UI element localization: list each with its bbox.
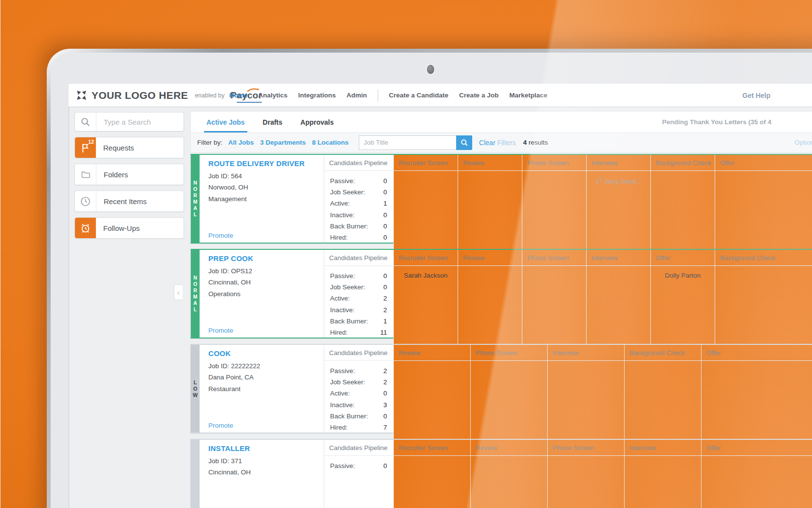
promote-link[interactable]: Promote [208, 422, 233, 429]
job-location: Cincinnati, OH [208, 279, 324, 286]
sidebar-search-input[interactable] [103, 117, 202, 127]
sidebar-item-label: Folders [104, 170, 128, 179]
pipeline-value: 0 [383, 211, 387, 219]
stage-header: Review [458, 250, 522, 266]
stage-header: Phone Screen [522, 155, 586, 171]
pipeline-value: 1 [383, 318, 387, 325]
candidate-link[interactable]: Sarah Jackson [394, 272, 458, 279]
tab-active-jobs[interactable]: Active Jobs [204, 112, 247, 132]
pipeline-row: Hired:7 [330, 422, 387, 433]
stage-header: Recruiter Screen [394, 440, 470, 456]
clear-filters-link[interactable]: Clear Filters [479, 139, 516, 147]
stage-body [715, 266, 812, 272]
stage-body [394, 361, 470, 367]
sidebar-items: 12RequestsFoldersRecent ItemsFollow-Ups [74, 137, 184, 239]
candidate-link[interactable]: 1st Jerry Seinf... [587, 177, 650, 185]
priority-bar: NORMAL [191, 250, 200, 338]
pipeline-column: Candidates PipelinePassive:0Job Seeker:0… [324, 250, 393, 338]
stage-column-interview: Interview [624, 440, 701, 508]
nav-item-integrations[interactable]: Integrations [298, 92, 336, 99]
stage-body [458, 171, 522, 177]
stage-header: Review [471, 440, 547, 456]
pipeline-row: Back Burner:0 [330, 411, 387, 422]
promote-link[interactable]: Promote [208, 232, 233, 239]
promote-link[interactable]: Promote [208, 327, 233, 334]
job-info: INSTALLERJob ID: 371Cincinnati, OHPromot… [200, 440, 324, 508]
tab-approvals[interactable]: Approvals [298, 112, 336, 132]
job-title-link[interactable]: PREP COOK [208, 254, 253, 263]
enabled-by-label: enabled by [195, 92, 224, 99]
pipeline-value: 1 [383, 200, 387, 207]
stage-columns: Recruiter ScreenSarah JacksonReviewPhone… [393, 250, 812, 338]
stage-body [587, 266, 650, 272]
stage-header: Background Check [715, 250, 812, 266]
tabs-row: Active JobsDraftsApprovalsPending Thank … [190, 111, 812, 132]
filter-bar: Filter by: All Jobs3 Departments8 Locati… [190, 132, 812, 152]
sidebar-item-follow-ups[interactable]: Follow-Ups [74, 217, 184, 239]
alarm-icon [75, 218, 96, 238]
stage-column-phone-screen: Phone Screen [547, 440, 624, 508]
nav-item-admin[interactable]: Admin [347, 92, 367, 99]
pipeline-label: Active: [330, 390, 350, 397]
sidebar-item-requests[interactable]: 12Requests [74, 137, 184, 158]
pipeline-value: 0 [383, 188, 387, 196]
stage-body [715, 171, 812, 177]
options-link[interactable]: Options [794, 139, 812, 146]
sidebar-search[interactable] [74, 112, 184, 132]
nav-item-analytics[interactable]: Analytics [258, 92, 288, 99]
stage-header: Background Check [625, 345, 701, 361]
filter-link-3-departments[interactable]: 3 Departments [260, 139, 306, 146]
sidebar-collapse-handle[interactable]: ‹ [174, 284, 183, 300]
stage-body [394, 456, 470, 462]
main-nav: HomeAnalyticsIntegrationsAdminCreate a C… [229, 84, 547, 107]
stage-columns: ReviewPhone ScreenInterviewBackground Ch… [393, 345, 812, 433]
pipeline-row: Active:1 [330, 198, 387, 209]
pipeline-value: 0 [383, 413, 387, 420]
nav-item-home[interactable]: Home [229, 92, 248, 99]
sidebar-item-folders[interactable]: Folders [74, 164, 184, 185]
nav-item-marketplace[interactable]: Marketplace [509, 92, 547, 99]
stage-body [471, 361, 547, 367]
job-title-search-input[interactable] [359, 135, 456, 150]
sidebar-item-recent-items[interactable]: Recent Items [74, 190, 184, 212]
pipeline-value: 0 [383, 223, 387, 230]
filter-link-8-locations[interactable]: 8 Locations [312, 139, 349, 146]
stage-body: Sarah Jackson [394, 266, 458, 279]
clock-icon [75, 191, 96, 211]
tab-drafts[interactable]: Drafts [260, 112, 285, 132]
pipeline-body: Passive:0Job Seeker:0Active:2Inactive:2B… [324, 266, 393, 338]
job-title-link[interactable]: INSTALLER [208, 444, 250, 452]
job-title-link[interactable]: COOK [208, 349, 231, 357]
pipeline-value: 2 [383, 295, 387, 302]
candidate-link[interactable]: Dolly Parton [651, 272, 715, 279]
pipeline-value: 0 [383, 390, 387, 397]
pipeline-label: Passive: [330, 272, 355, 280]
pipeline-row: Inactive:3 [330, 399, 387, 411]
job-department: Restaurant [208, 385, 324, 393]
nav-item-create-a-job[interactable]: Create a Job [459, 92, 498, 99]
get-help-link[interactable]: Get Help [742, 84, 771, 107]
device-camera [427, 65, 434, 74]
stage-header: Interview [548, 345, 624, 361]
priority-bar [191, 440, 200, 508]
stage-body [625, 361, 701, 367]
pipeline-row: Passive:0 [330, 270, 387, 282]
sidebar-item-label: Recent Items [104, 197, 147, 206]
pipeline-value: 0 [383, 462, 387, 470]
job-title-link[interactable]: ROUTE DELIVERY DRIVER [208, 159, 305, 168]
stage-body: 1st Jerry Seinf... [587, 171, 650, 185]
logo-text: YOUR LOGO HERE [92, 90, 188, 101]
pending-thank-you-link[interactable]: Pending Thank You Letters (35 of 4 [662, 112, 772, 132]
pipeline-label: Job Seeker: [330, 378, 365, 386]
job-title-search-button[interactable] [456, 135, 472, 150]
stage-body [701, 456, 812, 462]
pipeline-row: Job Seeker:0 [330, 282, 387, 293]
filter-link-all-jobs[interactable]: All Jobs [228, 139, 254, 146]
nav-item-create-a-candidate[interactable]: Create a Candidate [389, 92, 448, 99]
job-card-list: NORMALROUTE DELIVERY DRIVERJob ID: 564No… [190, 154, 812, 508]
pipeline-row: Back Burner:1 [330, 316, 387, 327]
stage-header: Phone Screen [548, 440, 624, 456]
job-card-route-delivery-driver: NORMALROUTE DELIVERY DRIVERJob ID: 564No… [190, 154, 812, 244]
pipeline-label: Job Seeker: [330, 188, 365, 196]
stage-header: Offer [701, 440, 812, 456]
